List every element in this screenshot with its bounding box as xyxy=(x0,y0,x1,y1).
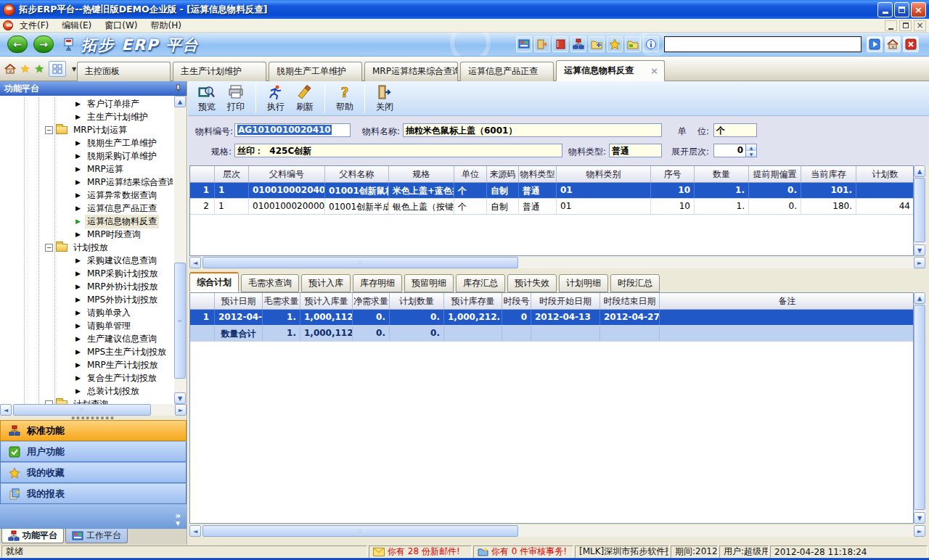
orgchart-button[interactable] xyxy=(570,36,586,52)
sidebar-group-button[interactable]: 标准功能 xyxy=(0,420,187,441)
new-folder-button[interactable] xyxy=(589,36,605,52)
table-vertical-scrollbar[interactable]: ▲ ▼ xyxy=(914,165,926,256)
mdi-restore-button[interactable] xyxy=(899,20,912,31)
preview-button[interactable]: 预览 xyxy=(192,83,221,115)
scrollbar-thumb[interactable]: ∷ xyxy=(13,404,151,416)
restore-button[interactable] xyxy=(894,2,909,17)
tree-item[interactable]: ▶运算异常数据查询 xyxy=(0,189,173,202)
detail-tab[interactable]: 预计入库 xyxy=(301,274,351,292)
info-button[interactable] xyxy=(643,36,659,52)
tree-item[interactable]: ▶请购单管理 xyxy=(0,319,173,332)
tree-item[interactable]: ▶运算信息物料反查 xyxy=(0,215,173,228)
header-cell[interactable]: 数量 xyxy=(695,166,749,182)
scroll-up-icon[interactable]: ▲ xyxy=(174,96,186,107)
detail-tab[interactable]: 毛需求查询 xyxy=(241,274,299,292)
scrollbar-thumb[interactable]: ∷ xyxy=(202,257,518,268)
material-no-input[interactable]: AG1010010020410 xyxy=(234,123,351,137)
desktop-button[interactable] xyxy=(516,36,532,52)
favorites-button[interactable] xyxy=(607,36,623,52)
header-cell[interactable]: 预计入库量 xyxy=(300,293,353,309)
scrollbar-thumb[interactable] xyxy=(914,305,925,510)
menu-item[interactable]: 帮助(H) xyxy=(144,20,187,32)
material-type-input[interactable]: 普通 xyxy=(609,144,662,157)
header-cell[interactable]: 计划数量 xyxy=(390,293,444,309)
forward-button[interactable]: → xyxy=(33,36,54,53)
tree-item[interactable]: −计划查询 xyxy=(0,398,173,404)
detail-tab[interactable]: 计划明细 xyxy=(559,274,608,292)
header-cell[interactable]: 计划数 xyxy=(856,166,914,182)
scroll-right-icon[interactable]: ► xyxy=(914,525,925,537)
header-cell[interactable]: 来源码 xyxy=(487,166,519,182)
tree-item[interactable]: ▶生产建议信息查询 xyxy=(0,332,173,345)
header-cell[interactable]: 净需求量 xyxy=(353,293,390,309)
spin-down-icon[interactable]: ▼ xyxy=(746,151,756,157)
document-tab[interactable]: 运算信息产品正查 xyxy=(460,62,554,81)
header-cell[interactable]: 备注 xyxy=(660,293,914,309)
header-cell[interactable]: 父料名称 xyxy=(325,166,389,182)
document-tab[interactable]: 脱期生产工单维护 xyxy=(269,62,362,81)
table-row[interactable]: 数量合计1.1,000,112.0.0. xyxy=(190,326,913,342)
scroll-left-icon[interactable]: ◄ xyxy=(189,257,201,268)
tree-item[interactable]: ▶脱期采购订单维护 xyxy=(0,149,173,162)
sidebar-group-button[interactable]: 用户功能 xyxy=(0,441,187,462)
tree-item[interactable]: ▶MPS主生产计划投放 xyxy=(0,345,173,358)
mdi-minimize-button[interactable] xyxy=(885,20,897,31)
home-button[interactable] xyxy=(885,36,901,52)
menu-item[interactable]: 编辑(E) xyxy=(55,20,98,32)
run-button[interactable]: 执行 xyxy=(261,83,290,115)
home-icon[interactable] xyxy=(4,63,16,75)
tree-item[interactable]: ▶主生产计划维护 xyxy=(0,110,173,123)
collapse-icon[interactable]: − xyxy=(45,244,53,252)
refresh-button[interactable]: 刷新 xyxy=(290,83,319,115)
scrollbar-thumb[interactable] xyxy=(914,178,925,242)
header-cell[interactable]: 预计库存量 xyxy=(444,293,502,309)
detail-tab[interactable]: 时段汇总 xyxy=(610,274,660,292)
tree-item[interactable]: −计划投放 xyxy=(0,241,173,254)
tree-item[interactable]: ▶MRP外协计划投放 xyxy=(0,280,173,293)
tree-vertical-scrollbar[interactable]: ▲ ▼ ≡ xyxy=(174,96,187,404)
help-button[interactable]: ?帮助 xyxy=(330,83,359,115)
play-button[interactable] xyxy=(867,36,883,52)
header-cell[interactable]: 毛需求量 xyxy=(263,293,300,309)
document-tab[interactable]: MRP运算结果综合查询 xyxy=(364,62,458,81)
menu-item[interactable]: 文件(F) xyxy=(13,20,55,32)
table-horizontal-scrollbar[interactable]: ◄ ► ∷ xyxy=(189,525,925,537)
back-button[interactable]: ← xyxy=(7,36,28,53)
tree-item[interactable]: −MRP计划运算 xyxy=(0,123,173,136)
minimize-button[interactable] xyxy=(877,2,893,17)
scroll-right-icon[interactable]: ► xyxy=(914,257,925,268)
mdi-close-button[interactable]: × xyxy=(914,20,926,31)
table-vertical-scrollbar[interactable]: ▲ ▼ xyxy=(914,292,926,524)
tree-item[interactable]: ▶复合生产计划投放 xyxy=(0,371,173,384)
header-cell[interactable]: 父料编号 xyxy=(249,166,325,182)
spec-input[interactable]: 丝印： 425C创新 xyxy=(234,144,562,157)
scrollbar-thumb[interactable]: ∷ xyxy=(202,525,518,537)
header-cell[interactable]: 单位 xyxy=(454,166,487,182)
status-audit[interactable]: 你有 0 件审核事务! xyxy=(473,545,573,558)
close-door-button[interactable]: 关闭 xyxy=(370,83,399,115)
material-name-input[interactable]: 抽粒米色鼠标上盖（6001） xyxy=(403,123,662,137)
tree-item[interactable]: ▶MRP运算 xyxy=(0,162,173,176)
detail-tab[interactable]: 库存明细 xyxy=(353,274,402,292)
sidebar-group-button[interactable]: 我的收藏 xyxy=(0,462,187,483)
scrollbar-thumb[interactable]: ≡ xyxy=(174,263,186,379)
unit-input[interactable]: 个 xyxy=(713,123,757,137)
header-cell[interactable]: 提前期偏置 xyxy=(749,166,801,182)
expand-level-stepper[interactable]: 0 ▲▼ xyxy=(713,144,757,157)
detail-tab[interactable]: 预计失效 xyxy=(507,274,557,292)
tree-item[interactable]: ▶采购建议信息查询 xyxy=(0,254,173,267)
sidebar-tab[interactable]: 功能平台 xyxy=(1,529,64,543)
menu-item[interactable]: 窗口(W) xyxy=(98,20,144,32)
header-cell[interactable]: 时段号 xyxy=(502,293,531,309)
table-row[interactable]: 12012-04-131.1,000,112.0.0.1,000,212.020… xyxy=(190,310,913,326)
quick-search-input[interactable] xyxy=(664,36,862,52)
document-tab[interactable]: 主生产计划维护 xyxy=(173,62,266,81)
favorites-star-icon[interactable]: ★ xyxy=(20,62,30,75)
pin-icon[interactable] xyxy=(174,84,182,93)
scroll-left-icon[interactable]: ◄ xyxy=(189,525,201,537)
tree-item[interactable]: ▶脱期生产工单维护 xyxy=(0,136,173,149)
logout-button[interactable] xyxy=(534,36,550,52)
header-cell[interactable]: 时段结束日期 xyxy=(600,293,660,309)
scroll-down-icon[interactable]: ▼ xyxy=(914,244,925,256)
scroll-right-icon[interactable]: ► xyxy=(175,404,187,416)
